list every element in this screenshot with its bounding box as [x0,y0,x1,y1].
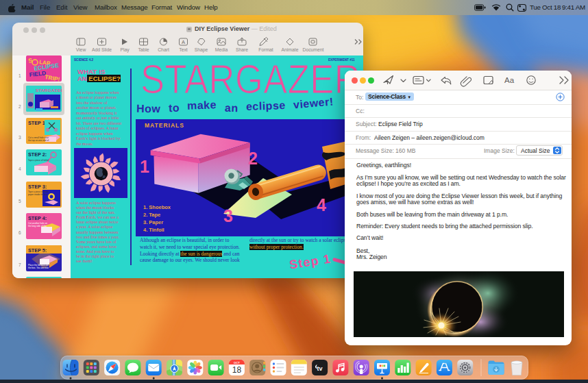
svg-text:paper inside the box: paper inside the box [28,193,48,196]
svg-text:View: View [76,47,86,52]
svg-text:STEP 3:: STEP 3: [28,184,47,190]
svg-text:STEP 1:: STEP 1: [28,120,47,126]
svg-text:1. Shoebox: 1. Shoebox [143,204,171,210]
svg-text:the box. You are now: the box. You are now [28,267,49,269]
svg-text:Share: Share [236,47,248,52]
svg-text:Shape: Shape [195,47,208,53]
svg-text:STEP 4:: STEP 4: [28,215,47,221]
svg-text:STEP 2:: STEP 2: [28,151,47,158]
svg-text:4: 4 [317,195,326,214]
svg-text:Aa: Aa [504,76,515,84]
svg-text:4. Tinfoil: 4. Tinfoil [143,227,164,233]
svg-text:3. Paper: 3. Paper [143,219,163,225]
svg-text:2. Tape: 2. Tape [143,212,160,218]
svg-text:Animate: Animate [282,47,299,52]
svg-text:Table: Table [138,47,149,52]
svg-text:Media: Media [215,47,228,52]
svg-text:18: 18 [232,365,242,375]
svg-text:1: 1 [140,157,149,176]
svg-text:the top on one end of: the top on one end of [28,139,49,142]
svg-text:2: 2 [248,149,258,168]
svg-text:the long side of the: the long side of the [28,225,47,227]
svg-text:OCT: OCT [234,361,240,365]
svg-text:A: A [182,39,185,45]
svg-text:3: 3 [223,206,233,225]
svg-text:STARGAZER: STARGAZER [36,88,62,92]
svg-text:FIELD: FIELD [29,69,46,78]
svg-text:Document: Document [303,47,324,52]
svg-text:Chart: Chart [158,47,169,52]
svg-text:Tape a piece of tinfoil: Tape a piece of tinfoil [28,159,49,162]
svg-text:Format: Format [258,47,273,52]
svg-text:Add Slide: Add Slide [92,47,112,52]
svg-text:tv: tv [317,365,323,372]
svg-text:Text: Text [179,47,188,52]
svg-text:Play: Play [120,47,130,53]
svg-text:TRIP!: TRIP! [45,73,61,82]
